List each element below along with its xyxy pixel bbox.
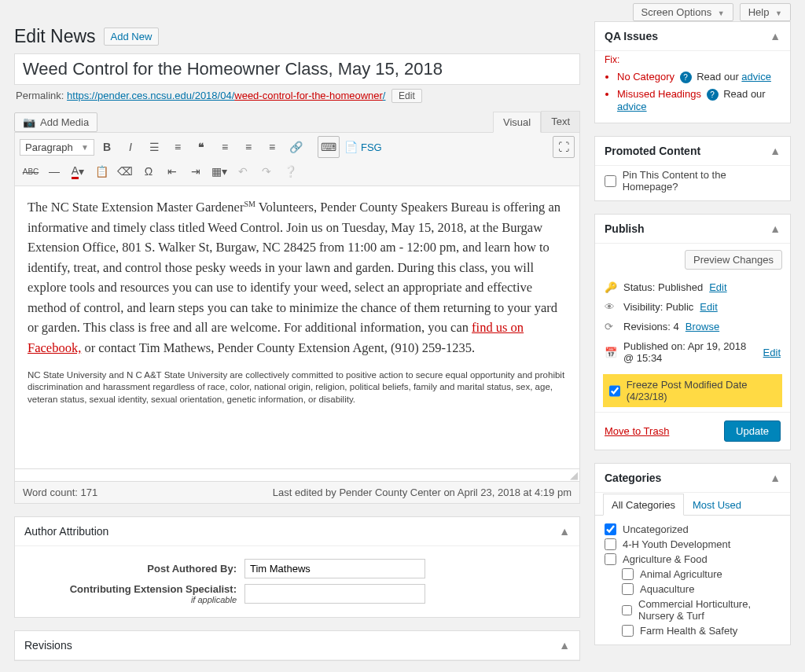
add-media-button[interactable]: 📷 Add Media xyxy=(14,112,97,132)
category-checkbox[interactable] xyxy=(622,625,634,637)
last-edited: Last edited by Pender County Center on A… xyxy=(273,487,572,498)
tab-all-categories[interactable]: All Categories xyxy=(603,494,684,516)
bullet-list-button[interactable]: ☰ xyxy=(143,136,165,158)
calendar-icon: 📅 xyxy=(605,347,617,358)
blockquote-button[interactable]: ❝ xyxy=(190,136,212,158)
post-title-input[interactable] xyxy=(14,53,580,85)
align-right-button[interactable]: ≡ xyxy=(261,136,283,158)
tab-visual[interactable]: Visual xyxy=(493,112,541,133)
editor-help-button[interactable]: ❔ xyxy=(279,160,301,182)
triangle-up-icon: ▲ xyxy=(770,30,781,42)
outdent-button[interactable]: ⇤ xyxy=(161,160,183,182)
align-center-button[interactable]: ≡ xyxy=(237,136,259,158)
category-checkbox[interactable] xyxy=(605,553,616,565)
question-icon[interactable]: ? xyxy=(707,89,719,101)
specialist-label: Contributing Extension Specialist: if ap… xyxy=(24,583,237,604)
special-char-button[interactable]: Ω xyxy=(138,160,160,182)
specialist-input[interactable] xyxy=(244,584,425,604)
qa-issues-toggle[interactable]: QA Issues▲ xyxy=(595,22,790,51)
word-count: Word count: 171 xyxy=(23,487,97,498)
camera-icon: 📷 xyxy=(23,116,35,128)
freeze-date-label: Freeze Post Modified Date (4/23/18) xyxy=(627,379,776,402)
redo-button[interactable]: ↷ xyxy=(255,160,278,182)
fsg-button[interactable]: 📄FSG xyxy=(341,136,388,158)
triangle-up-icon: ▲ xyxy=(770,222,781,235)
fix-label: Fix: xyxy=(595,51,790,65)
qa-issue-item: No Category ? Read our advice xyxy=(617,68,790,86)
tab-most-used[interactable]: Most Used xyxy=(684,494,750,516)
format-select[interactable]: Paragraph▼ xyxy=(20,139,94,156)
fullscreen-button[interactable]: ⛶ xyxy=(553,136,575,158)
table-button[interactable]: ▦▾ xyxy=(208,160,230,182)
pin-homepage-label: Pin This Content to the Homepage? xyxy=(623,169,781,193)
author-attribution-toggle[interactable]: Author Attribution▲ xyxy=(15,517,579,546)
triangle-up-icon: ▲ xyxy=(770,472,781,484)
italic-button[interactable]: I xyxy=(119,136,142,158)
permalink-edit-button[interactable]: Edit xyxy=(391,89,422,103)
category-checkbox[interactable] xyxy=(622,568,634,580)
chevron-down-icon: ▼ xyxy=(81,143,89,152)
promoted-toggle[interactable]: Promoted Content▲ xyxy=(595,137,790,166)
numbered-list-button[interactable]: ≡ xyxy=(167,136,189,158)
category-checkbox[interactable] xyxy=(622,583,634,595)
permalink-row: Permalink: https://pender.ces.ncsu.edu/2… xyxy=(14,85,580,111)
key-icon: 🔑 xyxy=(605,281,617,293)
question-icon[interactable]: ? xyxy=(680,72,692,83)
authored-by-label: Post Authored By: xyxy=(24,563,237,575)
eye-icon: 👁 xyxy=(605,301,617,313)
pin-homepage-checkbox[interactable] xyxy=(605,175,616,187)
add-new-button[interactable]: Add New xyxy=(104,28,160,46)
help-button[interactable]: Help xyxy=(740,3,791,21)
authored-by-input[interactable] xyxy=(244,559,425,578)
link-button[interactable]: 🔗 xyxy=(285,136,307,158)
triangle-up-icon: ▲ xyxy=(770,145,781,157)
text-color-button[interactable]: A▾ xyxy=(67,160,89,182)
document-icon: 📄 xyxy=(344,141,358,153)
publish-toggle[interactable]: Publish▲ xyxy=(595,215,790,244)
keyboard-button[interactable]: ⌨ xyxy=(318,136,340,158)
paste-button[interactable]: 📋 xyxy=(90,160,112,182)
revisions-toggle[interactable]: Revisions▲ xyxy=(15,631,579,660)
bold-button[interactable]: B xyxy=(96,136,118,158)
undo-button[interactable]: ↶ xyxy=(232,160,254,182)
tab-text[interactable]: Text xyxy=(541,111,580,132)
move-to-trash-link[interactable]: Move to Trash xyxy=(605,425,669,437)
category-checkbox[interactable] xyxy=(605,523,616,535)
category-checkbox[interactable] xyxy=(605,538,616,550)
editor-content[interactable]: The NC State Extension Master GardenerSM… xyxy=(14,186,580,469)
permalink-link[interactable]: https://pender.ces.ncsu.edu/2018/04/weed… xyxy=(67,90,385,101)
preview-changes-button[interactable]: Preview Changes xyxy=(685,250,782,270)
disclaimer-text: NC State University and N C A&T State Un… xyxy=(28,369,567,406)
browse-revisions-link[interactable]: Browse xyxy=(686,321,719,332)
qa-issue-item: Misused Headings ? Read our advice xyxy=(617,86,790,115)
update-button[interactable]: Update xyxy=(724,420,781,442)
clear-format-button[interactable]: ⌫ xyxy=(114,160,136,182)
status-edit-link[interactable]: Edit xyxy=(709,281,726,293)
date-edit-link[interactable]: Edit xyxy=(763,347,781,358)
align-left-button[interactable]: ≡ xyxy=(214,136,236,158)
page-title: Edit News Add New xyxy=(14,21,580,53)
screen-options-button[interactable]: Screen Options xyxy=(633,3,733,21)
triangle-up-icon: ▲ xyxy=(559,525,570,538)
categories-toggle[interactable]: Categories▲ xyxy=(595,464,790,493)
revisions-icon: ⟳ xyxy=(605,321,617,332)
freeze-date-checkbox[interactable] xyxy=(609,385,620,397)
advice-link[interactable]: advice xyxy=(617,101,647,112)
resize-handle[interactable]: ◢ xyxy=(14,469,580,482)
advice-link[interactable]: advice xyxy=(741,71,771,83)
category-checkbox[interactable] xyxy=(622,604,632,616)
indent-button[interactable]: ⇥ xyxy=(185,160,207,182)
triangle-up-icon: ▲ xyxy=(559,639,570,652)
visibility-edit-link[interactable]: Edit xyxy=(700,301,717,313)
hr-button[interactable]: — xyxy=(43,160,65,182)
strikethrough-button[interactable]: ABC xyxy=(20,160,42,182)
